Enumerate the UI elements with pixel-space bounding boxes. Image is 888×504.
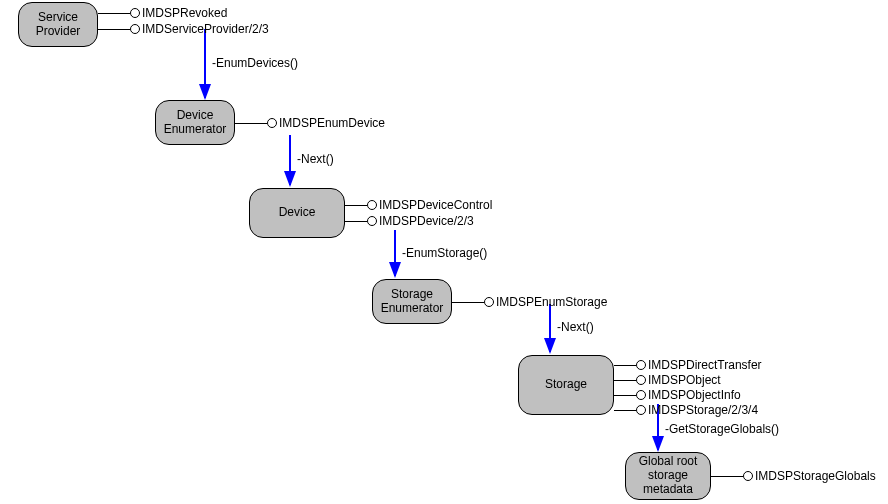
iface-label: IMDSPDevice/2/3 [379,214,474,228]
iface-imdsprevoked: IMDSPRevoked [98,6,227,20]
node-label: Device [279,206,316,220]
node-device-enumerator: Device Enumerator [155,100,235,145]
method-enumstorage: -EnumStorage() [402,246,487,260]
method-getstorageglobals: -GetStorageGlobals() [665,422,779,436]
iface-imdspobjectinfo: IMDSPObjectInfo [614,388,741,402]
iface-label: IMDSPObject [648,373,721,387]
method-next-2: -Next() [557,320,594,334]
iface-label: IMDSPRevoked [142,6,227,20]
iface-imdspdevicecontrol: IMDSPDeviceControl [345,198,492,212]
iface-label: IMDSPObjectInfo [648,388,741,402]
iface-imdspstorage: IMDSPStorage/2/3/4 [614,403,758,417]
node-storage: Storage [518,355,614,415]
iface-imdspenumstorage: IMDSPEnumStorage [452,295,607,309]
iface-label: IMDSPEnumDevice [279,116,385,130]
method-enumdevices: -EnumDevices() [212,56,298,70]
iface-imdspstorageglobals: IMDSPStorageGlobals [711,469,876,483]
iface-label: IMDSPDeviceControl [379,198,492,212]
node-storage-enumerator: Storage Enumerator [372,279,452,324]
node-global-root-storage-metadata: Global root storage metadata [625,452,711,500]
iface-label: IMDSPStorage/2/3/4 [648,403,758,417]
iface-label: IMDSPDirectTransfer [648,358,762,372]
iface-label: IMDSPEnumStorage [496,295,607,309]
node-label: Device Enumerator [164,109,227,137]
iface-label: IMDSPStorageGlobals [755,469,876,483]
node-service-provider: Service Provider [18,2,98,47]
node-label: Service Provider [36,11,81,39]
iface-imdspdirecttransfer: IMDSPDirectTransfer [614,358,762,372]
iface-imdspobject: IMDSPObject [614,373,721,387]
iface-label: IMDServiceProvider/2/3 [142,22,269,36]
method-next-1: -Next() [297,152,334,166]
iface-imdspenumdevice: IMDSPEnumDevice [235,116,385,130]
node-label: Global root storage metadata [639,455,698,496]
iface-imdspdevice: IMDSPDevice/2/3 [345,214,474,228]
node-device: Device [249,188,345,238]
node-label: Storage [545,378,587,392]
iface-imdserviceprovider: IMDServiceProvider/2/3 [98,22,269,36]
node-label: Storage Enumerator [381,288,444,316]
